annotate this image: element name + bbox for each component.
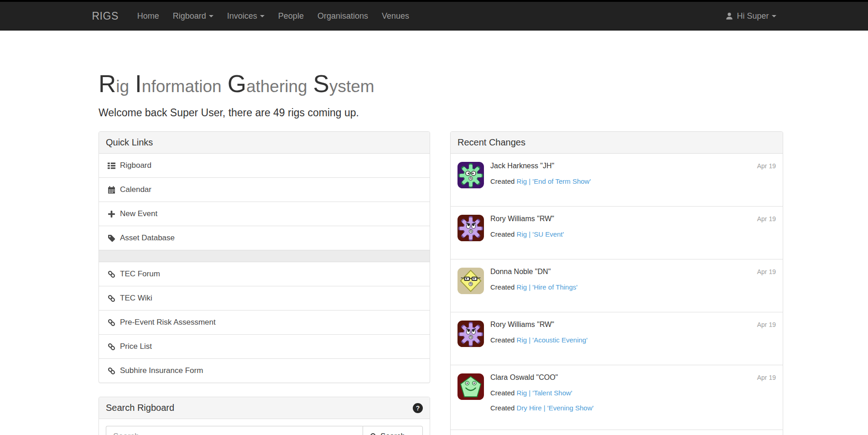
quick-link-label: Rigboard [120,161,151,171]
change-action: Created Rig | 'Talent Show' [490,389,776,397]
user-menu[interactable]: Hi Super [725,11,776,21]
plus-icon [108,210,115,218]
recent-change-item: Jack Harkness "JH"Apr 19Created Rig | 'E… [451,154,783,207]
quick-link-price-list[interactable]: Price List [99,335,430,359]
change-link[interactable]: Rig | 'End of Term Show' [517,177,591,185]
change-action: Created Rig | 'Hire of Things' [490,283,776,291]
link-icon [108,319,115,326]
avatar [457,215,484,241]
change-date: Apr 19 [757,321,776,328]
avatar [457,268,484,294]
change-link[interactable]: Rig | 'Talent Show' [517,389,572,397]
right-column: Recent Changes Jack Harkness "JH"Apr 19C… [450,131,783,435]
search-input[interactable] [106,426,363,435]
tag-icon [108,234,115,242]
recent-changes-heading: Recent Changes [451,132,783,154]
chevron-down-icon [260,15,265,17]
recent-changes-panel: Recent Changes Jack Harkness "JH"Apr 19C… [450,131,783,435]
recent-change-item: Rory Williams "RW"Apr 19Created Rig | 'S… [451,207,783,259]
quick-link-label: Asset Database [120,233,175,243]
search-input-group: Search [106,426,423,435]
link-icon [108,270,115,278]
search-title: Search Rigboard [106,403,174,413]
quick-link-label: TEC Wiki [120,293,152,303]
search-button-label: Search [380,432,405,435]
quick-links-list: RigboardCalendarNew EventAsset DatabaseT… [99,154,430,383]
search-heading: Search Rigboard [99,397,430,419]
navbar: RIGS HomeRigboardInvoicesPeopleOrganisat… [0,0,868,31]
recent-changes-list: Jack Harkness "JH"Apr 19Created Rig | 'E… [451,154,783,435]
nav-item-venues[interactable]: Venues [375,11,416,21]
page-title: RigInformationGatheringSystem [99,70,769,98]
search-rigboard-panel: Search Rigboard Search [99,397,430,435]
quick-link-label: Price List [120,342,152,352]
quick-link-label: New Event [120,209,157,219]
quick-links-title: Quick Links [106,137,153,148]
recent-change-item: Rory Williams "RW"Apr 19 [451,430,783,435]
avatar [457,321,484,347]
brand-link[interactable]: RIGS [92,10,119,22]
change-date: Apr 19 [757,268,776,275]
quick-link-tec-forum[interactable]: TEC Forum [99,262,430,286]
person-name[interactable]: Donna Noble "DN" [490,268,551,276]
recent-changes-title: Recent Changes [457,137,525,148]
nav-item-people[interactable]: People [271,11,311,21]
search-icon [370,433,377,435]
title-word: Information [135,79,222,95]
nav-items: HomeRigboardInvoicesPeopleOrganisationsV… [130,11,416,21]
quick-link-pre-event-risk-assessment[interactable]: Pre-Event Risk Assessment [99,311,430,335]
quick-link-rigboard[interactable]: Rigboard [99,154,430,178]
link-icon [108,367,115,375]
person-name[interactable]: Jack Harkness "JH" [490,162,554,170]
change-action: Created Rig | 'Acoustic Evening' [490,336,776,344]
link-icon [108,295,115,302]
nav-item-rigboard[interactable]: Rigboard [166,11,220,21]
change-date: Apr 19 [757,162,776,170]
quick-link-label: Pre-Event Risk Assessment [120,317,216,327]
change-date: Apr 19 [757,215,776,223]
change-action: Created Rig | 'End of Term Show' [490,177,776,185]
title-word: System [313,79,374,95]
quick-link-label: Subhire Insurance Form [120,366,203,376]
quick-link-calendar[interactable]: Calendar [99,178,430,202]
link-icon [108,343,115,351]
person-name[interactable]: Clara Oswald "COO" [490,373,558,382]
nav-item-home[interactable]: Home [130,11,166,21]
change-link[interactable]: Dry Hire | 'Evening Show' [517,404,594,412]
quick-links-panel: Quick Links RigboardCalendarNew EventAss… [99,131,430,383]
recent-change-item: Clara Oswald "COO"Apr 19Created Rig | 'T… [451,365,783,430]
nav-item-invoices[interactable]: Invoices [220,11,271,21]
user-icon [725,12,733,20]
left-column: Quick Links RigboardCalendarNew EventAss… [99,131,430,435]
quick-link-tec-wiki[interactable]: TEC Wiki [99,286,430,311]
change-action: Created Rig | 'SU Event' [490,230,776,238]
recent-change-item: Donna Noble "DN"Apr 19Created Rig | 'Hir… [451,259,783,312]
quick-links-heading: Quick Links [99,132,430,154]
calendar-icon [108,186,115,194]
person-name[interactable]: Rory Williams "RW" [490,321,554,329]
quick-links-separator [99,250,430,262]
nav-item-organisations[interactable]: Organisations [311,11,375,21]
avatar [457,373,484,400]
title-word: Rig [99,79,129,95]
change-link[interactable]: Rig | 'Acoustic Evening' [517,336,588,344]
quick-link-asset-database[interactable]: Asset Database [99,226,430,250]
quick-link-subhire-insurance-form[interactable]: Subhire Insurance Form [99,359,430,383]
list-icon [108,162,115,170]
user-menu-label: Hi Super [737,11,769,21]
person-name[interactable]: Rory Williams "RW" [490,215,554,223]
change-action: Created Dry Hire | 'Evening Show' [490,404,776,412]
change-date: Apr 19 [757,374,776,381]
chevron-down-icon [209,15,213,17]
chevron-down-icon [772,15,776,17]
quick-link-label: TEC Forum [120,269,160,279]
main-content: RigInformationGatheringSystem Welcome ba… [92,70,776,435]
search-button[interactable]: Search [363,426,423,435]
welcome-text: Welcome back Super User, there are 49 ri… [99,107,769,119]
quick-link-new-event[interactable]: New Event [99,202,430,226]
title-word: Gathering [228,79,307,95]
avatar [457,162,484,188]
change-link[interactable]: Rig | 'Hire of Things' [517,283,578,291]
change-link[interactable]: Rig | 'SU Event' [517,230,564,238]
help-icon[interactable] [413,403,423,413]
